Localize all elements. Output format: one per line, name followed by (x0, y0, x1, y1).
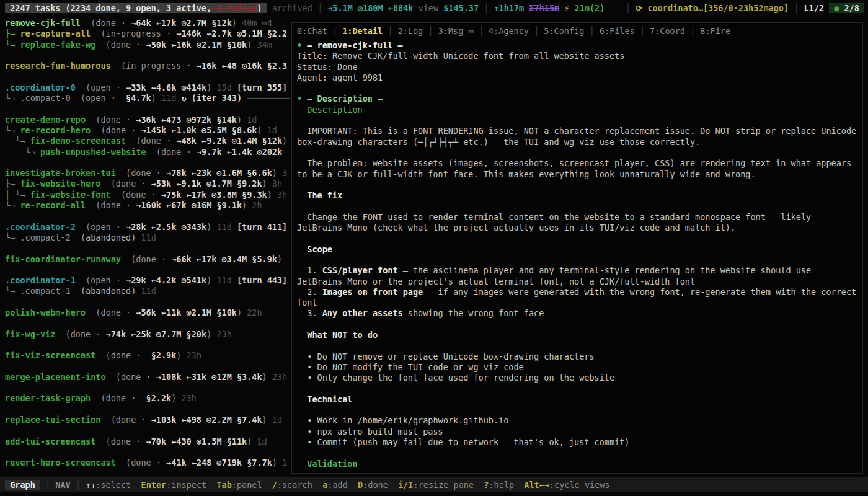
tab-6-files[interactable]: 6:Files (600, 26, 635, 36)
detail-content[interactable]: • — remove-cjk-full —Title: Remove CJK/f… (292, 39, 862, 469)
task-name[interactable]: replace-tui-section (5, 415, 100, 425)
task-name[interactable]: fix-demo-screencast (30, 136, 126, 146)
tab-7-coord[interactable]: 7:Coord (650, 26, 685, 36)
detail-line: The problem: website assets (images, scr… (297, 158, 860, 169)
task-row[interactable]: research-fun-humorous (in-progress · →16… (5, 61, 290, 71)
failed-count: 1 failed (211, 3, 257, 13)
task-name[interactable]: create-demo-repo (5, 115, 86, 125)
detail-line-spacer (297, 180, 860, 190)
task-name[interactable]: revert-hero-screencast (5, 458, 116, 467)
task-row[interactable]: revert-hero-screencast (done · →41k ←248… (5, 458, 290, 468)
task-row[interactable]: └→ re-record-hero (done · →145k ←1.0k ⊙5… (5, 125, 290, 136)
task-name[interactable]: .compact-0 (20, 93, 70, 103)
task-row[interactable]: ├→ re-capture-all (in-progress · →146k ←… (5, 29, 290, 39)
task-name[interactable]: fix-website-hero (20, 179, 100, 188)
seg-dtxt: • Do NOT remove or replace Unicode box-d… (307, 352, 594, 361)
task-name[interactable]: .coordinator-1 (5, 275, 76, 285)
task-name[interactable]: .coordinator-0 (5, 82, 76, 92)
seg-age: 23h (182, 350, 202, 360)
task-row[interactable]: │ └→ fix-website-font (done · →75k ←17k … (5, 190, 290, 200)
task-row[interactable]: └→ .compact-2 (abandoned) 11d (5, 232, 290, 243)
seg-dtxt: • Only change the font face used for ren… (307, 373, 614, 383)
task-row[interactable]: .coordinator-0 (open · →33k ←4.6k ⊙414k)… (5, 82, 290, 93)
key-alt-arrows: Alt←→ (524, 480, 549, 490)
task-row-spacer (5, 211, 290, 221)
tab-1-detail[interactable]: 1:Detail (342, 26, 383, 36)
task-row[interactable]: ├→ fix-website-hero (done · →53k ←9.1k ⊙… (5, 179, 290, 189)
task-row[interactable]: └→ .compact-0 (open · §4.7k) 11d ↻ (iter… (5, 93, 290, 104)
task-row[interactable]: └→ re-record-all (done · →160k ←67k ⊙16M… (5, 200, 290, 211)
task-name[interactable]: polish-webm-hero (5, 308, 86, 317)
task-name[interactable]: push-unpushed-website (40, 147, 146, 157)
task-name[interactable]: re-capture-all (20, 29, 91, 38)
task-row[interactable]: render-task-graph (done · §2.2k) 23h (5, 393, 290, 404)
detail-line: • — remove-cjk-full — (297, 40, 860, 51)
task-name[interactable]: render-task-graph (5, 393, 91, 403)
tab-2-log[interactable]: 2:Log (398, 26, 423, 36)
task-name[interactable]: .compact-2 (20, 232, 70, 242)
tab-5-config[interactable]: 5:Config (544, 26, 584, 36)
task-name[interactable]: add-tui-screencast (5, 436, 95, 446)
seg-num: →48k ←9.2k ⊙1.4M §12k (176, 136, 282, 146)
tree-connector: └→ (5, 286, 20, 296)
task-row[interactable]: fix-coordinator-runaway (done · →66k ←17… (5, 254, 290, 265)
detail-line: box-drawing characters (─│┌┘├┤┬┴ etc.) —… (297, 137, 860, 148)
pane-indicator: 2/8 (844, 3, 864, 13)
tab-8-fire[interactable]: 8:Fire (700, 26, 730, 36)
tasks-summary-close: ) (257, 3, 267, 13)
task-row[interactable]: remove-cjk-full (done · →64k ←17k ⊙2.7M … (5, 18, 290, 29)
task-row[interactable]: └→ fix-demo-screencast (done · →48k ←9.2… (5, 136, 290, 146)
detail-line: 1. CSS/player font — the asciinema playe… (297, 265, 860, 276)
seg-fdesc: :help (489, 480, 524, 490)
seg-fdesc: :done (363, 480, 398, 490)
task-row[interactable]: replace-tui-section (done · →103k ←498 ⊙… (5, 415, 290, 425)
task-row[interactable]: .coordinator-2 (open · →28k ←2.5k ⊙343k)… (5, 222, 290, 232)
task-list-panel[interactable]: remove-cjk-full (done · →64k ←17k ⊙2.7M … (5, 18, 290, 477)
task-row[interactable]: └→ .compact-1 (abandoned) 11d (5, 286, 290, 296)
seg-ab: (abandoned) (81, 232, 136, 242)
task-row-spacer (5, 361, 290, 372)
detail-line: Description (297, 105, 860, 115)
seg-num: §2.9k (151, 350, 177, 360)
task-row[interactable]: fix-viz-screencast (done · §2.9k) 23h (5, 350, 290, 361)
view-mode-graph[interactable]: Graph (5, 480, 40, 490)
tab-4-agency[interactable]: 4:Agency (489, 26, 529, 36)
task-name[interactable]: .compact-1 (20, 286, 70, 296)
seg-num: →36k ←473 ⊙972k §14k (136, 115, 237, 125)
seg-fdesc: :add (327, 480, 358, 490)
task-name[interactable]: remove-cjk-full (5, 18, 81, 28)
task-name[interactable]: re-record-all (20, 200, 86, 210)
task-row[interactable]: investigate-broken-tui (done · →78k ←23k… (5, 168, 290, 179)
seg-dtxt: to be a CJK or full-width font face. Thi… (297, 169, 756, 179)
tab-0-chat[interactable]: 0:Chat (297, 26, 327, 36)
task-name[interactable]: merge-placement-into (5, 372, 106, 382)
seg-st: (done · (95, 350, 151, 360)
seg-st (71, 232, 81, 242)
task-name[interactable]: fix-website-font (30, 190, 111, 200)
task-row-spacer (5, 383, 290, 393)
task-row[interactable]: merge-placement-into (done · →108k ←31k … (5, 372, 290, 383)
seg-st: (done · (116, 458, 166, 467)
active-time: 21m(2) (575, 3, 605, 13)
tab-separator: │ (423, 26, 438, 36)
task-row[interactable]: polish-webm-hero (done · →56k ←11k ⊙2.1M… (5, 308, 290, 318)
task-name[interactable]: .coordinator-2 (5, 222, 76, 232)
task-row[interactable]: .coordinator-1 (open · →29k ←4.2k ⊙541k)… (5, 275, 290, 286)
task-name[interactable]: research-fun-humorous (5, 61, 111, 71)
seg-num: [turn 443] (232, 275, 287, 285)
tree-connector: │ └→ (5, 190, 30, 200)
task-name[interactable]: re-record-hero (20, 125, 91, 135)
task-name[interactable]: replace-fake-wg (20, 40, 95, 50)
task-name[interactable]: fix-viz-screencast (5, 350, 95, 360)
task-name[interactable]: investigate-broken-tui (5, 168, 116, 178)
task-row[interactable]: add-tui-screencast (done · →70k ←430 ⊙1.… (5, 436, 290, 447)
detail-line: • npx astro build must pass (297, 427, 860, 437)
task-name[interactable]: fix-coordinator-runaway (5, 254, 121, 264)
tab-3-msg[interactable]: 3:Msg ✉ (438, 26, 474, 36)
seg-st: (done · (111, 190, 161, 200)
task-row[interactable]: └→ push-unpushed-website (done · →9.7k ←… (5, 147, 290, 157)
task-row[interactable]: create-demo-repo (done · →36k ←473 ⊙972k… (5, 115, 290, 125)
task-row[interactable]: fix-wg-viz (done · →74k ←25k ⊙7.7M §20k)… (5, 329, 290, 340)
task-name[interactable]: fix-wg-viz (5, 329, 55, 339)
task-row[interactable]: └→ replace-fake-wg (done · →50k ←16k ⊙2.… (5, 40, 290, 50)
